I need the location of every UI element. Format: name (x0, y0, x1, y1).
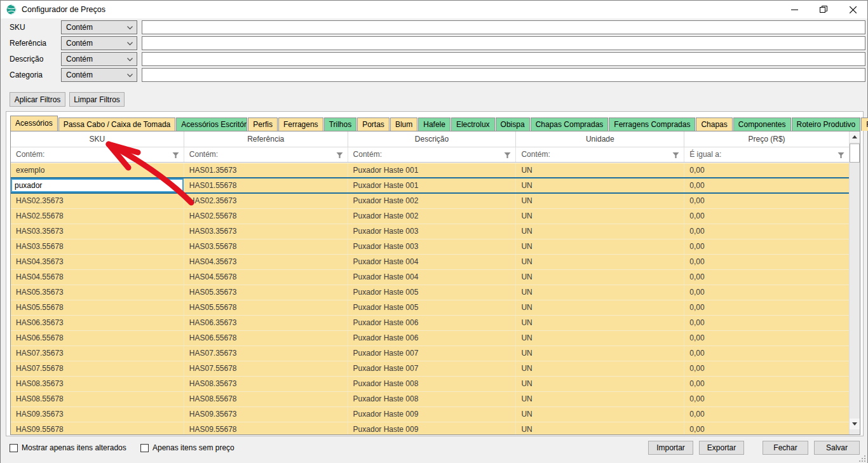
cell-unit[interactable]: UN (516, 270, 684, 285)
column-header-unidade[interactable]: Unidade (516, 131, 684, 147)
filter-funnel-icon[interactable] (336, 152, 343, 159)
cell-sku[interactable]: HAS05.35673 (11, 285, 184, 300)
table-row[interactable]: HAS05.55678HAS05.55678Puxador Haste 005U… (11, 300, 850, 316)
cell-ref[interactable]: HAS08.35673 (184, 377, 348, 391)
cell-desc[interactable]: Puxador Haste 001 (348, 163, 517, 177)
cell-unit[interactable]: UN (516, 407, 684, 422)
cell-ref[interactable]: HAS03.55678 (184, 239, 348, 254)
cell-sku[interactable]: HAS03.35673 (11, 224, 184, 239)
scroll-up-button[interactable] (850, 131, 860, 142)
cell-price[interactable]: 0,00 (684, 346, 850, 361)
cell-price[interactable]: 0,00 (684, 316, 850, 330)
cell-desc[interactable]: Puxador Haste 007 (348, 346, 517, 361)
cell-desc[interactable]: Puxador Haste 004 (348, 270, 517, 285)
cell-ref[interactable]: HAS01.55678 (184, 178, 348, 192)
table-row[interactable]: HAS02.55678HAS02.55678Puxador Haste 002U… (11, 209, 850, 224)
cell-unit[interactable]: UN (516, 331, 684, 346)
cell-sku[interactable]: HAS08.35673 (11, 377, 184, 391)
table-row[interactable]: HAS08.55678HAS08.55678Puxador Haste 008U… (11, 392, 850, 407)
table-row[interactable]: HAS07.35673HAS07.35673Puxador Haste 007U… (11, 346, 850, 361)
cell-ref[interactable]: HAS02.35673 (184, 194, 348, 208)
table-row[interactable]: HAS06.55678HAS06.55678Puxador Haste 006U… (11, 331, 850, 346)
tab-acess-rios[interactable]: Acessórios (10, 116, 58, 131)
minimize-button[interactable] (780, 1, 809, 18)
clear-filters-button[interactable]: Limpar Filtros (69, 92, 125, 107)
column-filter-cell[interactable]: Contém: (184, 147, 348, 162)
cell-ref[interactable]: HAS02.55678 (184, 209, 348, 224)
cell-ref[interactable]: HAS04.55678 (184, 270, 348, 285)
cell-price[interactable]: 0,00 (684, 331, 850, 346)
cell-desc[interactable]: Puxador Haste 002 (348, 194, 517, 208)
cell-sku[interactable]: HAS03.55678 (11, 239, 184, 254)
column-filter-cell[interactable]: Contém: (348, 147, 517, 162)
cell-unit[interactable]: UN (516, 300, 684, 315)
categoria-operator-select[interactable]: Contém (61, 68, 137, 82)
column-filter-cell[interactable]: Contém: (516, 147, 684, 162)
cell-desc[interactable]: Puxador Haste 006 (348, 316, 517, 330)
cell-unit[interactable]: UN (516, 255, 684, 269)
resize-grip[interactable] (859, 455, 865, 462)
cell-desc[interactable]: Puxador Haste 008 (348, 392, 517, 406)
table-row[interactable]: HAS05.35673HAS05.35673Puxador Haste 005U… (11, 285, 850, 300)
cell-sku[interactable]: HAS07.55678 (11, 361, 184, 376)
table-row[interactable]: HAS03.35673HAS03.35673Puxador Haste 003U… (11, 224, 850, 239)
cell-ref[interactable]: HAS06.55678 (184, 331, 348, 346)
cell-ref[interactable]: HAS09.35673 (184, 407, 348, 422)
cell-desc[interactable]: Puxador Haste 005 (348, 300, 517, 315)
tab-blum[interactable]: Blum (390, 117, 417, 131)
descricao-operator-select[interactable]: Contém (61, 52, 137, 66)
scroll-down-button[interactable] (850, 419, 860, 429)
cell-price[interactable]: 0,00 (684, 194, 850, 208)
import-button[interactable]: Importar (648, 441, 693, 455)
tab-chapas-compradas[interactable]: Chapas Compradas (531, 117, 609, 131)
cell-sku[interactable]: HAS09.35673 (11, 407, 184, 422)
categoria-filter-input[interactable] (142, 68, 865, 82)
table-row[interactable]: HAS04.35673HAS04.35673Puxador Haste 004U… (11, 255, 850, 270)
scrollbar-thumb[interactable] (850, 144, 860, 163)
tab-portas[interactable]: Portas (357, 117, 390, 131)
cell-desc[interactable]: Puxador Haste 003 (348, 224, 517, 239)
tab-acess-rios-escrit-ric[interactable]: Acessórios Escritóric (176, 117, 247, 131)
cell-unit[interactable]: UN (516, 194, 684, 208)
cell-price[interactable]: 0,00 (684, 163, 850, 177)
cell-unit[interactable]: UN (516, 209, 684, 224)
vertical-scrollbar[interactable] (849, 131, 860, 434)
filter-funnel-icon[interactable] (837, 152, 844, 159)
cell-price[interactable]: 0,00 (684, 361, 850, 376)
cell-ref[interactable]: HAS04.35673 (184, 255, 348, 269)
cell-price[interactable]: 0,00 (684, 422, 850, 434)
table-row[interactable]: HAS09.55678HAS09.55678Puxador Haste 009U… (11, 422, 850, 434)
cell-sku[interactable]: HAS06.55678 (11, 331, 184, 346)
cell-desc[interactable]: Puxador Haste 005 (348, 285, 517, 300)
filter-funnel-icon[interactable] (672, 152, 679, 159)
tab-trilhos[interactable]: Trilhos (324, 117, 357, 131)
close-button[interactable] (838, 1, 867, 18)
cell-price[interactable]: 0,00 (684, 209, 850, 224)
cell-sku[interactable]: HAS04.35673 (11, 255, 184, 269)
cell-price[interactable]: 0,00 (684, 300, 850, 315)
apply-filters-button[interactable]: Aplicar Filtros (10, 92, 65, 107)
cell-ref[interactable]: HAS03.35673 (184, 224, 348, 239)
table-row[interactable]: HAS02.35673HAS02.35673Puxador Haste 002U… (11, 194, 850, 209)
cell-sku[interactable]: exemplo (11, 163, 184, 177)
cell-desc[interactable]: Puxador Haste 002 (348, 209, 517, 224)
cell-unit[interactable]: UN (516, 239, 684, 254)
cell-unit[interactable]: UN (516, 163, 684, 177)
filter-funnel-icon[interactable] (504, 152, 511, 159)
show-altered-items-checkbox[interactable]: Mostrar apenas itens alterados (10, 443, 126, 452)
cell-desc[interactable]: Puxador Haste 009 (348, 422, 517, 434)
cell-sku[interactable]: HAS07.35673 (11, 346, 184, 361)
cell-price[interactable]: 0,00 (684, 178, 850, 192)
cell-desc[interactable]: Puxador Haste 008 (348, 377, 517, 391)
table-row[interactable]: exemploHAS01.35673Puxador Haste 001UN0,0… (11, 163, 850, 178)
cell-unit[interactable]: UN (516, 224, 684, 239)
cell-sku[interactable]: HAS06.35673 (11, 316, 184, 330)
tab-chapas[interactable]: Chapas (696, 117, 732, 131)
cell-price[interactable]: 0,00 (684, 224, 850, 239)
cell-price[interactable]: 0,00 (684, 392, 850, 406)
referencia-operator-select[interactable]: Contém (61, 36, 137, 50)
cell-unit[interactable]: UN (516, 392, 684, 406)
items-without-price-checkbox[interactable]: Apenas itens sem preço (140, 443, 234, 452)
column-filter-cell[interactable]: É igual a: (684, 147, 850, 162)
cell-unit[interactable]: UN (516, 346, 684, 361)
